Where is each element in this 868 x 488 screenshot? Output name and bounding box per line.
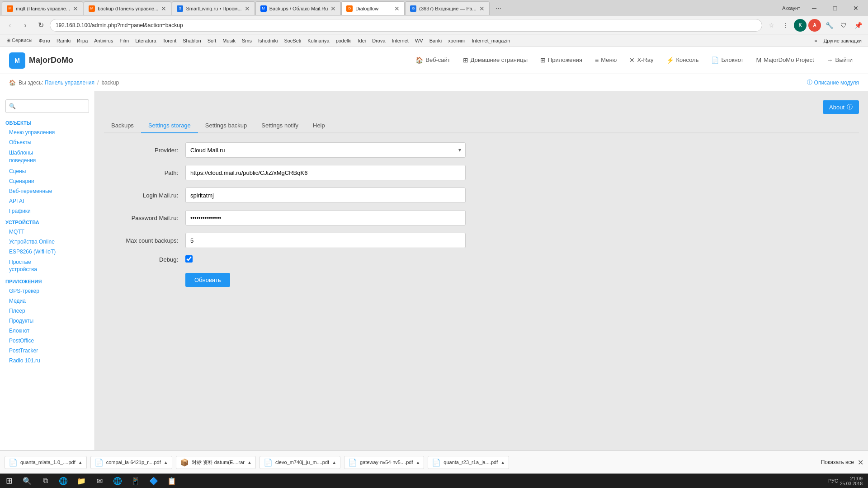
sidebar-item-radio[interactable]: Radio 101.ru xyxy=(0,356,94,366)
bookmark-icon[interactable]: ☆ xyxy=(765,19,778,32)
extension-icon-3[interactable]: 📌 xyxy=(852,19,864,32)
bm-igra[interactable]: Игра xyxy=(74,37,90,44)
sidebar-item-products[interactable]: Продукты xyxy=(0,316,94,326)
module-desc-link[interactable]: ⓘ Описание модуля xyxy=(807,79,859,86)
apps-icon[interactable]: ⊞ Сервисы xyxy=(4,37,35,44)
tab-backups[interactable]: Backups xyxy=(104,118,141,133)
sidebar-item-esp8266[interactable]: ESP8266 (Wifi-IoT) xyxy=(0,247,94,257)
tab-mqtt[interactable]: M mqtt (Панель управле... ✕ xyxy=(2,1,83,15)
provider-select[interactable]: Cloud Mail.ru Dropbox Google Drive xyxy=(185,142,466,158)
tab-close-mailru[interactable]: ✕ xyxy=(330,5,336,12)
kaspersky-icon[interactable]: K xyxy=(794,19,807,32)
maximize-button[interactable]: □ xyxy=(825,0,845,16)
bm-internet[interactable]: Internet xyxy=(389,37,411,44)
nav-menu[interactable]: ≡Меню xyxy=(589,47,623,74)
dl-arrow-5[interactable]: ▲ xyxy=(415,460,420,465)
tab-smartliving[interactable]: S SmartLiving.ru • Просм... ✕ xyxy=(172,1,255,15)
bm-musik[interactable]: Musik xyxy=(220,37,238,44)
bm-wv[interactable]: WV xyxy=(412,37,426,44)
bm-internet-magazin[interactable]: Internet_magazin xyxy=(469,37,513,44)
extension-icon-2[interactable]: 🛡 xyxy=(837,19,850,32)
adblock-icon[interactable]: A xyxy=(808,19,821,32)
bm-antivirus[interactable]: Antivirus xyxy=(91,37,116,44)
tab-backup[interactable]: M backup (Панель управле... ✕ xyxy=(84,1,171,15)
back-button[interactable]: ‹ xyxy=(4,19,16,32)
tab-more[interactable]: ⋯ xyxy=(492,5,505,12)
nav-website[interactable]: 🏠Веб-сайт xyxy=(409,47,456,74)
tab-close-dialogflow[interactable]: ✕ xyxy=(394,5,400,12)
sidebar-item-scenes[interactable]: Сцены xyxy=(0,166,94,176)
tab-dialogflow[interactable]: D Dialogflow ✕ xyxy=(341,1,405,15)
sidebar-item-media[interactable]: Медиа xyxy=(0,296,94,306)
bm-socseti[interactable]: SocSeti xyxy=(281,37,304,44)
sidebar-item-api-ai[interactable]: API AI xyxy=(0,196,94,206)
extension-icon-1[interactable]: 🔧 xyxy=(823,19,835,32)
bm-sms[interactable]: Sms xyxy=(239,37,255,44)
bm-film[interactable]: Film xyxy=(117,37,132,44)
bm-kulinariya[interactable]: Kulinariya xyxy=(305,37,332,44)
minimize-button[interactable]: ─ xyxy=(804,0,825,16)
tab-close-mqtt[interactable]: ✕ xyxy=(73,5,78,12)
tab-settings-storage[interactable]: Settings storage xyxy=(141,118,198,133)
sidebar-item-templates[interactable]: Шаблоныповедения xyxy=(0,147,94,166)
sidebar-item-mqtt[interactable]: MQTT xyxy=(0,227,94,237)
sidebar-item-player[interactable]: Плеер xyxy=(0,306,94,316)
submit-button[interactable]: Обновить xyxy=(185,273,230,287)
menu-icon[interactable]: ⋮ xyxy=(779,19,792,32)
sidebar-item-web-vars[interactable]: Веб-переменные xyxy=(0,186,94,196)
nav-apps[interactable]: ⊞Приложения xyxy=(534,47,589,74)
password-input[interactable] xyxy=(185,210,466,225)
sidebar-item-objects[interactable]: Объекты xyxy=(0,137,94,147)
tab-settings-notify[interactable]: Settings notify xyxy=(254,118,306,133)
sidebar-item-scenarios[interactable]: Сценарии xyxy=(0,176,94,186)
bookmarks-more[interactable]: » xyxy=(812,37,820,44)
tab-close-smartliving[interactable]: ✕ xyxy=(245,5,250,12)
path-input[interactable] xyxy=(185,165,466,180)
sidebar-item-graphs[interactable]: Графики xyxy=(0,206,94,216)
tab-inbox[interactable]: G (3637) Входящие — Ра... ✕ xyxy=(405,1,489,15)
bm-other[interactable]: Другие закладки xyxy=(821,37,864,44)
bm-soft[interactable]: Soft xyxy=(205,37,219,44)
debug-checkbox[interactable] xyxy=(185,255,193,263)
sidebar-item-postoffice[interactable]: PostOffice xyxy=(0,336,94,346)
sidebar-item-gps[interactable]: GPS-трекер xyxy=(0,286,94,296)
search-input[interactable] xyxy=(5,99,89,113)
dl-arrow-2[interactable]: ▲ xyxy=(164,460,168,465)
forward-button[interactable]: › xyxy=(19,19,32,32)
sidebar-item-posttracker[interactable]: PostTracker xyxy=(0,346,94,356)
bm-idei[interactable]: Idei xyxy=(355,37,368,44)
nav-logout[interactable]: →Выйти xyxy=(821,47,859,74)
bm-podelki[interactable]: podelki xyxy=(333,37,354,44)
bm-foto[interactable]: Фото xyxy=(36,37,53,44)
nav-home-pages[interactable]: ⊞Домашние страницы xyxy=(457,47,534,74)
reload-button[interactable]: ↻ xyxy=(34,19,47,32)
bm-torent[interactable]: Torent xyxy=(160,37,179,44)
browser-account[interactable]: Аккаунт xyxy=(782,5,804,11)
about-button[interactable]: About ⓘ xyxy=(823,100,859,114)
dl-arrow-4[interactable]: ▲ xyxy=(332,460,336,465)
tab-help[interactable]: Help xyxy=(306,118,332,133)
close-button[interactable]: ✕ xyxy=(845,0,866,16)
bm-shablon[interactable]: Shablon xyxy=(180,37,203,44)
show-all-button[interactable]: Показать все xyxy=(821,459,854,465)
login-input[interactable] xyxy=(185,188,466,203)
sidebar-item-devices-online[interactable]: Устройства Online xyxy=(0,237,94,247)
bm-banki[interactable]: Banki xyxy=(427,37,445,44)
tab-close-backup[interactable]: ✕ xyxy=(161,5,166,12)
nav-xray[interactable]: ✕X-Ray xyxy=(623,47,660,74)
dl-arrow-6[interactable]: ▲ xyxy=(500,460,505,465)
dl-arrow-3[interactable]: ▲ xyxy=(247,460,252,465)
max-count-input[interactable] xyxy=(185,233,466,248)
bm-ramki[interactable]: Ramki xyxy=(54,37,73,44)
address-input[interactable]: 192.168.0.100/admin.php?md=panel&action=… xyxy=(50,19,762,32)
close-downloads-bar[interactable]: ✕ xyxy=(858,458,863,467)
tab-settings-backup[interactable]: Settings backup xyxy=(198,118,255,133)
bm-drova[interactable]: Drova xyxy=(369,37,388,44)
bm-hosting[interactable]: хостинг xyxy=(445,37,468,44)
bm-ishodniki[interactable]: Ishodniki xyxy=(255,37,280,44)
sidebar-item-notepad[interactable]: Блокнот xyxy=(0,326,94,336)
nav-project[interactable]: MMajorDoMo Project xyxy=(750,47,821,74)
sidebar-item-menu-management[interactable]: Меню управления xyxy=(0,127,94,137)
tab-mailru[interactable]: M Backups / Облако Mail.Ru ✕ xyxy=(255,1,341,15)
breadcrumb-panel-link[interactable]: Панель управления xyxy=(45,80,94,86)
